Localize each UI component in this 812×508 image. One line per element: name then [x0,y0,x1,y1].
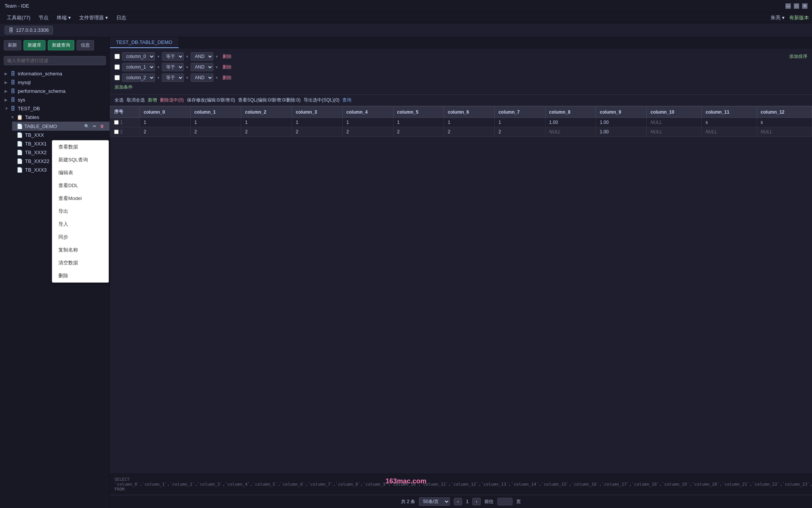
sidebar-item-tb-xxx[interactable]: 📄 TB_XXX [12,131,110,139]
sidebar-item-table-demo[interactable]: 📄 TABLE_DEMO 🔍 ✏ 🗑 [12,122,110,131]
connection-tag[interactable]: 🗄 127.0.0.1:3306 [5,26,53,34]
row-2-col-0[interactable]: 2 [140,127,191,137]
row-1-col-7[interactable]: 1 [494,118,545,127]
col-header-8[interactable]: column_8 [545,106,596,118]
query-button[interactable]: 查询 [342,97,351,103]
col-header-6[interactable]: column_6 [444,106,495,118]
row-1-col-2[interactable]: 1 [241,118,292,127]
new-version-badge[interactable]: 有新版本 [789,14,809,21]
col-header-4[interactable]: column_4 [342,106,393,118]
filter-delete-2[interactable]: 删除 [220,74,234,82]
menu-nodes[interactable]: 节点 [35,13,52,23]
row-2-col-8[interactable]: NULL [545,127,596,137]
new-query-button[interactable]: 新建查询 [48,40,74,50]
row-1-col-11[interactable]: s [702,118,757,127]
menu-file-manager[interactable]: 文件管理器 ▾ [75,13,112,23]
col-header-5[interactable]: column_5 [393,106,444,118]
col-header-11[interactable]: column_11 [702,106,757,118]
row-2-col-4[interactable]: 2 [342,127,393,137]
search-input[interactable] [4,56,106,65]
row-2-col-1[interactable]: 2 [190,127,241,137]
filter-delete-0[interactable]: 删除 [220,53,234,61]
page-number-input[interactable]: 1 [497,498,513,505]
row-2-col-2[interactable]: 2 [241,127,292,137]
row-1-col-8[interactable]: 1.00 [545,118,596,127]
add-condition-button[interactable]: 添加条件 [114,84,807,91]
filter-logic-select-0[interactable]: AND [191,52,213,61]
context-menu-item-truncate[interactable]: 清空数据 [52,256,108,269]
row-1-col-1[interactable]: 1 [190,118,241,127]
deselect-all-button[interactable]: 取消全选 [127,97,145,103]
col-header-1[interactable]: column_1 [190,106,241,118]
row-1-col-6[interactable]: 1 [444,118,495,127]
row-2-col-7[interactable]: 2 [494,127,545,137]
row-1-col-9[interactable]: 1.00 [596,118,647,127]
menu-toolbox[interactable]: 工具箱(77) [3,13,34,23]
per-page-select[interactable]: 50条/页 100条/页 200条/页 [419,497,450,506]
context-menu-item-sync[interactable]: 同步 [52,231,108,244]
refresh-button[interactable]: 刷新 [4,40,21,50]
row-2-col-3[interactable]: 2 [292,127,343,137]
filter-col-select-0[interactable]: column_0 [122,52,155,61]
row-checkbox-1[interactable] [114,120,119,125]
tab-table-demo[interactable]: TEST_DB.TABLE_DEMO [110,37,179,48]
save-changes-button[interactable]: 保存修改(编辑:0/新增:0) [187,97,235,103]
row-1-col-10[interactable]: NULL [646,118,701,127]
row-checkbox-2[interactable] [114,130,119,134]
filter-logic-select-2[interactable]: AND [191,73,213,82]
row-2-col-9[interactable]: 1.00 [596,127,647,137]
row-1-col-12[interactable]: s [757,118,812,127]
filter-col-select-2[interactable]: column_2 [122,73,155,82]
filter-checkbox-2[interactable] [114,75,120,80]
add-sort-button[interactable]: 添加排序 [789,53,807,60]
filter-op-select-0[interactable]: 等于 [162,52,184,61]
context-menu-item-delete[interactable]: 删除 [52,269,108,282]
row-2-col-5[interactable]: 2 [393,127,444,137]
filter-logic-select-1[interactable]: AND [191,63,213,71]
sidebar-item-tables[interactable]: ▼ 📋 Tables [6,113,110,122]
filter-checkbox-0[interactable] [114,54,120,59]
select-all-button[interactable]: 全选 [114,97,124,103]
context-menu-item-view-data[interactable]: 查看数据 [52,141,108,153]
context-menu-item-import[interactable]: 导入 [52,218,108,231]
context-menu-item-export[interactable]: 导出 [52,205,108,218]
row-1-col-0[interactable]: 1 [140,118,191,127]
view-sql-button[interactable]: 查看SQL(编辑:0/新增:0/删除:0) [238,97,301,103]
col-header-7[interactable]: column_7 [494,106,545,118]
filter-col-select-1[interactable]: column_1 [122,63,155,71]
delete-icon[interactable]: 🗑 [99,123,105,129]
row-2-col-6[interactable]: 2 [444,127,495,137]
filter-delete-1[interactable]: 删除 [220,63,234,71]
edit-icon[interactable]: ✏ [91,123,97,129]
delete-selected-button[interactable]: 删除选中(0) [160,97,184,103]
menu-terminal[interactable]: 终端 ▾ [53,13,75,23]
filter-op-select-1[interactable]: 等于 [162,63,184,71]
col-header-12[interactable]: column_12 [757,106,812,118]
row-2-col-11[interactable]: NULL [702,127,757,137]
sidebar-item-information-schema[interactable]: ▶ 🗄 information_schema [0,69,110,78]
context-menu-item-copy-name[interactable]: 复制名称 [52,244,108,256]
context-menu-item-view-model[interactable]: 查看Model [52,192,108,205]
view-data-icon[interactable]: 🔍 [84,123,90,129]
new-db-button[interactable]: 新建库 [24,40,45,50]
menu-log[interactable]: 日志 [113,13,130,23]
next-page-button[interactable]: › [472,498,481,505]
sidebar-item-mysql[interactable]: ▶ 🗄 mysql [0,78,110,87]
add-row-button[interactable]: 新增 [148,97,157,103]
minimize-button[interactable]: — [785,3,791,9]
row-1-col-3[interactable]: 1 [292,118,343,127]
context-menu-item-new-sql[interactable]: 新建SQL查询 [52,153,108,166]
prev-page-button[interactable]: ‹ [454,498,462,505]
sidebar-item-test-db[interactable]: ▼ 🗄 TEST_DB [0,104,110,113]
sidebar-item-sys[interactable]: ▶ 🗄 sys [0,95,110,104]
info-button[interactable]: 信息 [77,40,94,50]
col-header-2[interactable]: column_2 [241,106,292,118]
context-menu-item-edit-table[interactable]: 编辑表 [52,166,108,179]
row-2-col-12[interactable]: NULL [757,127,812,137]
filter-checkbox-1[interactable] [114,64,120,70]
col-header-10[interactable]: column_10 [646,106,701,118]
user-menu[interactable]: 朱亮 ▾ [771,14,785,21]
filter-op-select-2[interactable]: 等于 [162,73,184,82]
sidebar-item-performance-schema[interactable]: ▶ 🗄 performance_schema [0,87,110,95]
col-header-9[interactable]: column_9 [596,106,647,118]
